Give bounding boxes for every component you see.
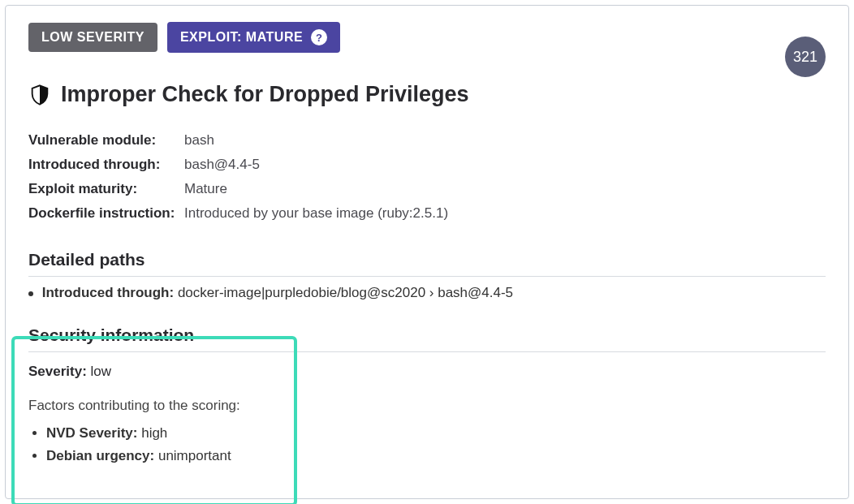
vulnerability-title: Improper Check for Dropped Privileges bbox=[61, 82, 469, 107]
vulnerability-card: LOW SEVERITY EXPLOIT: MATURE ? 321 Impro… bbox=[5, 5, 849, 499]
factor-value: high bbox=[141, 425, 167, 441]
detailed-paths-heading: Detailed paths bbox=[28, 250, 826, 277]
meta-exploit-maturity: Exploit maturity: Mature bbox=[28, 177, 826, 201]
exploit-badge-text: EXPLOIT: MATURE bbox=[180, 30, 303, 45]
meta-block: Vulnerable module: bash Introduced throu… bbox=[28, 128, 826, 226]
meta-value: bash bbox=[184, 132, 214, 149]
bullet-icon bbox=[28, 291, 33, 296]
security-info-block: Security information Severity: low Facto… bbox=[28, 325, 826, 467]
path-label: Introduced through: bbox=[42, 285, 174, 300]
factors-list: NVD Severity: high Debian urgency: unimp… bbox=[28, 422, 826, 467]
meta-label: Introduced through: bbox=[28, 157, 184, 173]
meta-value: Introduced by your base image (ruby:2.5.… bbox=[184, 205, 448, 222]
meta-label: Exploit maturity: bbox=[28, 181, 184, 197]
title-row: Improper Check for Dropped Privileges bbox=[28, 82, 826, 107]
badge-row: LOW SEVERITY EXPLOIT: MATURE ? bbox=[28, 22, 826, 53]
factor-label: NVD Severity: bbox=[46, 425, 137, 441]
exploit-badge: EXPLOIT: MATURE ? bbox=[167, 22, 340, 53]
meta-value: bash@4.4-5 bbox=[184, 157, 260, 173]
help-icon[interactable]: ? bbox=[311, 29, 327, 45]
path-row: Introduced through: docker-image|purpled… bbox=[28, 285, 826, 301]
meta-vulnerable-module: Vulnerable module: bash bbox=[28, 128, 826, 153]
path-value: docker-image|purpledobie/blog@sc2020 › b… bbox=[178, 285, 513, 300]
meta-label: Dockerfile instruction: bbox=[28, 205, 184, 222]
factor-value: unimportant bbox=[158, 448, 231, 463]
factor-label: Debian urgency: bbox=[46, 448, 154, 463]
security-info-heading: Security information bbox=[28, 325, 826, 352]
factors-intro: Factors contributing to the scoring: bbox=[28, 398, 826, 414]
severity-label: Severity: bbox=[28, 364, 87, 379]
severity-value: low bbox=[91, 364, 112, 379]
factor-item: NVD Severity: high bbox=[46, 422, 826, 445]
meta-label: Vulnerable module: bbox=[28, 132, 184, 149]
issue-count-badge: 321 bbox=[785, 37, 826, 77]
meta-dockerfile: Dockerfile instruction: Introduced by yo… bbox=[28, 201, 826, 226]
meta-value: Mature bbox=[184, 181, 227, 197]
severity-line: Severity: low bbox=[28, 364, 826, 380]
severity-badge: LOW SEVERITY bbox=[28, 23, 157, 52]
shield-icon bbox=[28, 84, 51, 106]
factor-item: Debian urgency: unimportant bbox=[46, 445, 826, 467]
meta-introduced-through: Introduced through: bash@4.4-5 bbox=[28, 153, 826, 177]
